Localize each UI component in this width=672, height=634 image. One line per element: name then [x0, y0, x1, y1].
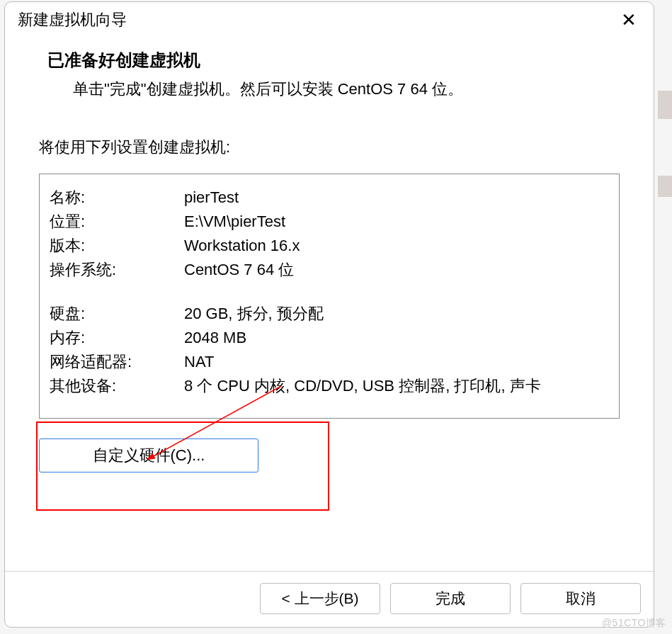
setting-label: 版本:: [50, 234, 184, 258]
setting-row: 其他设备:8 个 CPU 内核, CD/DVD, USB 控制器, 打印机, 声…: [50, 374, 609, 398]
watermark-text: @51CTO博客: [602, 617, 666, 630]
setting-value: 2048 MB: [184, 326, 609, 350]
setting-label: 网络适配器:: [50, 350, 184, 374]
setting-label: 其他设备:: [50, 374, 184, 398]
setting-value: NAT: [184, 350, 609, 374]
dialog-title: 新建虚拟机向导: [18, 9, 127, 30]
setting-label: 硬盘:: [50, 302, 184, 326]
dialog-footer: < 上一步(B) 完成 取消: [5, 571, 654, 627]
setting-value: 20 GB, 拆分, 预分配: [184, 302, 609, 326]
setting-value: 8 个 CPU 内核, CD/DVD, USB 控制器, 打印机, 声卡: [184, 374, 609, 398]
intro-text: 将使用下列设置创建虚拟机:: [39, 137, 620, 158]
setting-label: 内存:: [50, 326, 184, 350]
customize-hardware-label: 自定义硬件(C)...: [93, 445, 205, 466]
setting-row: 版本:Workstation 16.x: [50, 234, 609, 258]
new-vm-wizard-dialog: 新建虚拟机向导 ✕ 已准备好创建虚拟机 单击"完成"创建虚拟机。然后可以安装 C…: [4, 1, 654, 628]
back-button[interactable]: < 上一步(B): [260, 583, 380, 614]
setting-row: 硬盘:20 GB, 拆分, 预分配: [50, 302, 609, 326]
setting-value: Workstation 16.x: [184, 234, 609, 258]
page-heading: 已准备好创建虚拟机: [47, 49, 625, 72]
setting-row: 位置:E:\VM\pierTest: [50, 210, 609, 234]
customize-hardware-button[interactable]: 自定义硬件(C)...: [39, 438, 258, 472]
setting-row: 网络适配器:NAT: [50, 350, 609, 374]
setting-row: 内存:2048 MB: [50, 326, 609, 350]
setting-row: 操作系统:CentOS 7 64 位: [50, 258, 609, 282]
setting-value: CentOS 7 64 位: [184, 258, 609, 282]
setting-value: pierTest: [184, 186, 609, 210]
setting-value: E:\VM\pierTest: [184, 210, 609, 234]
close-icon[interactable]: ✕: [617, 9, 641, 30]
setting-label: 名称:: [50, 186, 184, 210]
titlebar: 新建虚拟机向导 ✕: [5, 2, 654, 36]
setting-label: 操作系统:: [50, 258, 184, 282]
setting-label: 位置:: [50, 210, 184, 234]
settings-summary-box: 名称:pierTest 位置:E:\VM\pierTest 版本:Worksta…: [39, 174, 620, 419]
content-area: 将使用下列设置创建虚拟机: 名称:pierTest 位置:E:\VM\pierT…: [5, 117, 654, 571]
finish-button[interactable]: 完成: [390, 583, 511, 614]
setting-row: 名称:pierTest: [50, 186, 609, 210]
header-section: 已准备好创建虚拟机 单击"完成"创建虚拟机。然后可以安装 CentOS 7 64…: [5, 36, 654, 117]
cancel-button[interactable]: 取消: [520, 583, 641, 614]
page-subheading: 单击"完成"创建虚拟机。然后可以安装 CentOS 7 64 位。: [47, 79, 625, 100]
